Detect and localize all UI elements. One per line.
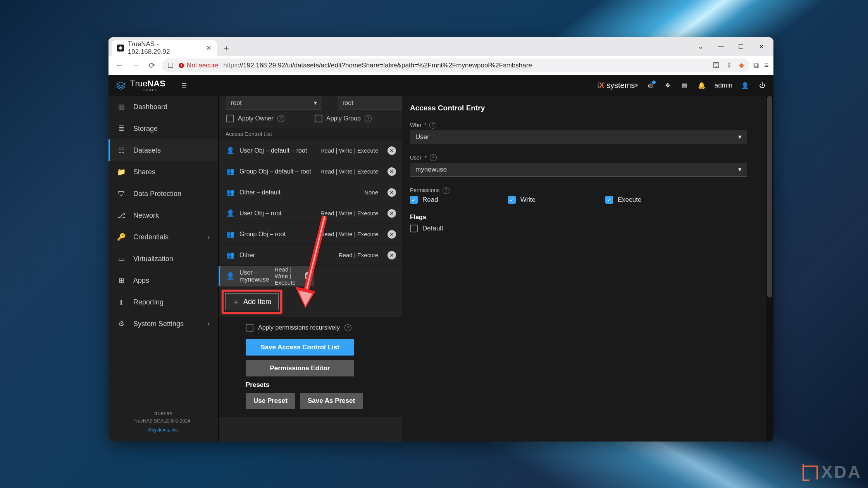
user-select[interactable]: mynewuse▾: [410, 163, 747, 177]
brand[interactable]: TrueNAS SCALE: [115, 79, 165, 92]
apply-recursive-checkbox[interactable]: [246, 324, 253, 332]
address-bar[interactable]: ☐ Not secure https://192.168.29.92/ui/da…: [162, 58, 749, 72]
share-icon[interactable]: ⇪: [727, 61, 732, 69]
delete-acl-icon[interactable]: ✕: [388, 230, 396, 239]
sidebar-item-virtualization[interactable]: ▭Virtualization: [108, 248, 218, 270]
help-icon[interactable]: ?: [443, 187, 450, 194]
acl-item[interactable]: 👤User – mynewuseRead | Write | Execute✕: [219, 266, 314, 287]
use-preset-button[interactable]: Use Preset: [246, 393, 295, 409]
acl-column: root▾ root▾ Apply Owner ?: [219, 96, 402, 442]
help-icon[interactable]: ?: [430, 154, 437, 161]
bookmark-icon[interactable]: ☐: [167, 61, 174, 70]
help-icon[interactable]: ?: [344, 324, 351, 331]
sidebar-item-datasets[interactable]: ☷Datasets: [108, 139, 218, 161]
nav-icon: ≣: [117, 124, 126, 133]
bell-icon[interactable]: 🔔: [698, 81, 706, 90]
browser-actions: ⧉ ≡: [753, 61, 769, 70]
hamburger-icon[interactable]: ☰: [177, 79, 191, 93]
clipboard-icon[interactable]: ▤: [680, 81, 689, 90]
acl-entry-label: User Obj – root: [239, 210, 281, 217]
permissions-editor-button[interactable]: Permissions Editor: [246, 360, 354, 376]
delete-acl-icon[interactable]: ✕: [388, 209, 396, 218]
nav-back-icon[interactable]: ←: [113, 59, 126, 72]
browser-menu-icon[interactable]: ≡: [764, 61, 769, 70]
chevron-down-icon: ▾: [738, 133, 742, 141]
add-item-button[interactable]: ＋ Add Item: [225, 293, 279, 310]
brave-shield-icon[interactable]: ◆: [739, 61, 744, 69]
ixsystems-link[interactable]: iXsystems, Inc.: [148, 427, 179, 433]
acl-item[interactable]: 👤User Obj – rootRead | Write | Execute✕: [219, 203, 402, 224]
power-icon[interactable]: ⏻: [758, 81, 766, 90]
sidebar: ▦Dashboard≣Storage☷Datasets📁Shares🛡Data …: [108, 75, 219, 442]
flag-default-checkbox[interactable]: [410, 225, 418, 232]
nav-icon: ⫿: [117, 298, 126, 306]
save-as-preset-button[interactable]: Save As Preset: [300, 393, 363, 409]
acl-entry-perm: Read | Write | Execute: [320, 147, 378, 154]
sidebar-item-network[interactable]: ⎇Network: [108, 204, 218, 226]
sidebar-item-label: Network: [133, 211, 159, 220]
acl-entry-icon: 👤: [226, 146, 234, 155]
acl-item[interactable]: 👥Group Obj – rootRead | Write | Execute✕: [219, 224, 402, 245]
username[interactable]: admin: [715, 82, 732, 89]
sidebar-item-storage[interactable]: ≣Storage: [108, 118, 218, 139]
sidebar-item-label: Data Protection: [133, 190, 181, 198]
acl-entry-perm: None: [364, 189, 378, 196]
save-acl-button[interactable]: Save Access Control List: [246, 339, 354, 356]
minimize-icon[interactable]: —: [711, 39, 730, 54]
nav-icon: ▭: [117, 254, 126, 263]
key-icon[interactable]: ⚿: [713, 62, 720, 69]
ixsystems-logo[interactable]: iX systems®: [598, 81, 638, 90]
sidebar-item-system-settings[interactable]: ⚙System Settings›: [108, 313, 218, 335]
acl-entry-perm: Read | Write | Execute: [320, 210, 378, 217]
new-tab-button[interactable]: ＋: [219, 41, 233, 55]
delete-acl-icon[interactable]: ✕: [388, 167, 396, 176]
user-icon[interactable]: 👤: [741, 81, 749, 90]
sidebar-item-shares[interactable]: 📁Shares: [108, 161, 218, 183]
caret-down-icon[interactable]: ⌄: [691, 39, 710, 54]
owner-select[interactable]: root▾: [226, 96, 322, 110]
acl-item[interactable]: 👥OtherRead | Execute✕: [219, 245, 402, 266]
reload-icon[interactable]: ⟳: [146, 59, 158, 72]
apply-group-checkbox[interactable]: [315, 115, 322, 122]
nav-icon: ▦: [117, 103, 126, 111]
scrollbar[interactable]: [766, 96, 773, 442]
favicon: ✱: [117, 45, 124, 52]
delete-acl-icon[interactable]: ✕: [388, 251, 396, 259]
browser-tabbar: ✱ TrueNAS - 192.168.29.92 ✕ ＋ ⌄ — ☐ ✕: [108, 37, 773, 56]
who-select[interactable]: User▾: [410, 130, 747, 144]
sidebar-item-label: System Settings: [133, 320, 184, 328]
delete-acl-icon[interactable]: ✕: [388, 146, 396, 155]
sidebar-item-apps[interactable]: ⊞Apps: [108, 270, 218, 291]
sidebar-footer: truenas TrueNAS SCALE ® © 2024 - iXsyste…: [108, 404, 218, 442]
acl-item[interactable]: 👥Group Obj – default – rootRead | Write …: [219, 161, 402, 182]
status-icon[interactable]: ◍: [646, 81, 655, 90]
chevron-right-icon: ›: [207, 233, 210, 241]
url-text: https://192.168.29.92/ui/datasets/acl/ed…: [223, 62, 532, 69]
sidebar-item-data-protection[interactable]: 🛡Data Protection: [108, 183, 218, 204]
acl-entry-icon: 👥: [226, 188, 234, 196]
delete-acl-icon[interactable]: ✕: [305, 272, 310, 280]
chevron-down-icon: ▾: [738, 165, 742, 174]
maximize-icon[interactable]: ☐: [732, 39, 750, 54]
acl-entry-icon: 👥: [226, 251, 234, 259]
perm-execute-checkbox[interactable]: ✓: [605, 196, 613, 204]
sidebar-item-credentials[interactable]: 🔑Credentials›: [108, 226, 218, 248]
tab-close-icon[interactable]: ✕: [206, 44, 212, 52]
browser-tab[interactable]: ✱ TrueNAS - 192.168.29.92 ✕: [112, 40, 217, 56]
perm-read-checkbox[interactable]: ✓: [410, 196, 418, 204]
apply-owner-checkbox[interactable]: [226, 115, 234, 122]
sidebar-item-reporting[interactable]: ⫿Reporting: [108, 291, 218, 313]
acl-item[interactable]: 👥Other – defaultNone✕: [219, 182, 402, 203]
apply-group-label: Apply Group: [326, 115, 361, 122]
perm-write-checkbox[interactable]: ✓: [508, 196, 516, 204]
sidebar-item-dashboard[interactable]: ▦Dashboard: [108, 96, 218, 118]
acl-item[interactable]: 👤User Obj – default – rootRead | Write |…: [219, 140, 402, 161]
help-icon[interactable]: ?: [277, 115, 284, 122]
security-indicator[interactable]: Not secure: [178, 62, 219, 69]
delete-acl-icon[interactable]: ✕: [388, 188, 396, 197]
extensions-icon[interactable]: ⧉: [753, 61, 759, 70]
close-window-icon[interactable]: ✕: [752, 39, 770, 54]
help-icon[interactable]: ?: [429, 122, 436, 129]
help-icon[interactable]: ?: [365, 115, 372, 122]
layers-icon[interactable]: ❖: [663, 81, 672, 90]
